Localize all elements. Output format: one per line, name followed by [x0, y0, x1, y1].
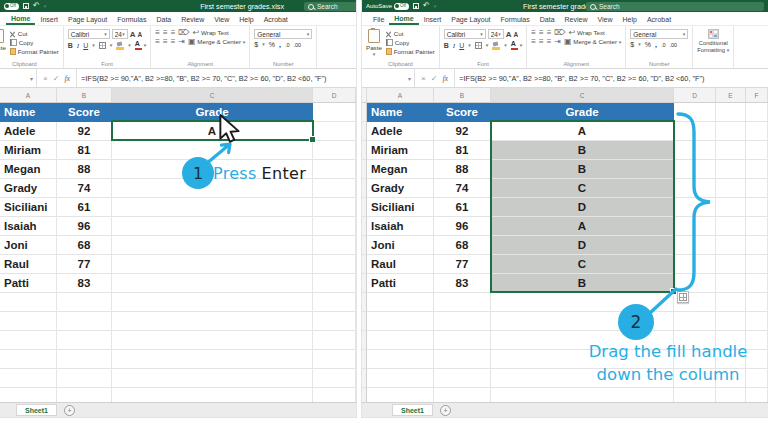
number-format-select[interactable]: General▾ — [630, 29, 688, 39]
font-name-select[interactable]: Calibri▾ — [68, 29, 110, 39]
cell[interactable]: 88 — [57, 160, 112, 179]
formula-input[interactable]: =IFS(B2 >= 90,"A", B2 >=80, "B", B2 >= 7… — [77, 69, 356, 87]
cell[interactable]: Isaiah — [367, 217, 434, 236]
format-painter-button[interactable]: Format Painter — [10, 48, 59, 55]
cell[interactable] — [112, 160, 313, 179]
cell[interactable] — [57, 331, 112, 350]
autosave-toggle[interactable]: AutoSave Off — [366, 3, 409, 10]
cell[interactable]: 81 — [57, 141, 112, 160]
cell[interactable]: D — [491, 198, 674, 217]
header-cell[interactable]: Name — [0, 103, 57, 122]
cell[interactable] — [313, 217, 356, 236]
cell[interactable] — [0, 293, 57, 312]
header-cell[interactable]: Name — [367, 103, 434, 122]
cancel-icon[interactable]: × — [43, 74, 48, 83]
cell[interactable] — [313, 331, 356, 350]
cell[interactable] — [746, 350, 768, 369]
cell[interactable]: 68 — [57, 236, 112, 255]
borders-icon[interactable] — [475, 42, 482, 49]
tab-formulas[interactable]: Formulas — [496, 14, 535, 25]
merge-center-button[interactable]: ▣ Merge & Center ▾ — [188, 38, 245, 45]
cell[interactable] — [434, 312, 491, 331]
tab-insert[interactable]: Insert — [35, 14, 63, 25]
tab-home[interactable]: Home — [389, 13, 418, 25]
italic-button[interactable]: I — [77, 42, 79, 50]
cell[interactable] — [746, 217, 768, 236]
cell[interactable] — [716, 255, 746, 274]
tab-review[interactable]: Review — [560, 14, 593, 25]
cell[interactable]: C — [491, 255, 674, 274]
align-left-icon[interactable]: ≡ — [155, 38, 160, 45]
cell[interactable]: B — [491, 274, 674, 293]
column-header[interactable]: B — [57, 88, 112, 102]
cell[interactable] — [674, 236, 716, 255]
cell[interactable]: 61 — [57, 198, 112, 217]
tab-page-layout[interactable]: Page Layout — [446, 14, 495, 25]
cell[interactable]: Joni — [367, 236, 434, 255]
font-name-select[interactable]: Calibri▾ — [444, 29, 486, 39]
cell[interactable] — [674, 179, 716, 198]
cell[interactable]: Adele — [0, 122, 57, 141]
name-box[interactable]: ▾ — [0, 69, 37, 87]
italic-button[interactable]: I — [453, 42, 455, 50]
tab-formulas[interactable]: Formulas — [112, 14, 151, 25]
cell[interactable] — [716, 141, 746, 160]
cell[interactable] — [491, 369, 674, 388]
align-middle-icon[interactable]: ≡ — [539, 29, 544, 36]
cell[interactable]: Joni — [0, 236, 57, 255]
tab-home[interactable]: Home — [6, 13, 35, 25]
cell[interactable] — [716, 198, 746, 217]
cell[interactable]: Patti — [367, 274, 434, 293]
tab-page-layout[interactable]: Page Layout — [63, 14, 112, 25]
cell[interactable] — [0, 369, 57, 388]
tab-acrobat[interactable]: Acrobat — [259, 14, 293, 25]
cell[interactable] — [746, 369, 768, 388]
cell[interactable] — [491, 312, 674, 331]
cell[interactable] — [716, 179, 746, 198]
cell[interactable] — [716, 217, 746, 236]
column-header[interactable]: C — [491, 88, 674, 102]
column-header[interactable]: A — [367, 88, 434, 102]
conditional-formatting-button[interactable]: ConditionalFormatting ▾ — [697, 28, 729, 53]
add-sheet-button[interactable]: + — [64, 405, 75, 416]
tab-acrobat[interactable]: Acrobat — [642, 14, 676, 25]
orientation-icon[interactable]: ⌦ — [554, 29, 565, 36]
cell[interactable] — [746, 293, 768, 312]
cell[interactable] — [434, 369, 491, 388]
indent-icon[interactable]: ⇥ — [178, 38, 185, 45]
increase-decimal-button[interactable]: .0 — [285, 42, 290, 48]
cell[interactable] — [674, 331, 716, 350]
cell[interactable] — [716, 331, 746, 350]
cell[interactable]: A — [491, 122, 674, 141]
cell[interactable] — [0, 312, 57, 331]
cell[interactable] — [313, 293, 356, 312]
column-header[interactable]: D — [313, 88, 356, 102]
cell[interactable] — [112, 293, 313, 312]
cell[interactable] — [716, 293, 746, 312]
cell[interactable]: 68 — [434, 236, 491, 255]
cell[interactable] — [57, 369, 112, 388]
cell[interactable]: 96 — [434, 217, 491, 236]
tab-view[interactable]: View — [209, 14, 234, 25]
cell[interactable] — [434, 331, 491, 350]
cell[interactable]: Grady — [367, 179, 434, 198]
number-format-select[interactable]: General▾ — [254, 29, 312, 39]
cell[interactable] — [112, 255, 313, 274]
copy-button[interactable]: Copy — [10, 39, 59, 46]
cell[interactable] — [112, 369, 313, 388]
font-size-select[interactable]: 24▾ — [112, 29, 128, 39]
decrease-decimal-button[interactable]: .00 — [294, 42, 302, 48]
bold-button[interactable]: B — [68, 42, 73, 49]
cell[interactable] — [674, 122, 716, 141]
orientation-icon[interactable]: ⌦ — [178, 29, 189, 36]
cell[interactable]: 83 — [434, 274, 491, 293]
autosave-toggle[interactable]: Off — [4, 3, 19, 10]
fill-color-icon[interactable] — [492, 42, 500, 50]
tab-file[interactable]: File — [368, 14, 389, 25]
cell[interactable] — [112, 331, 313, 350]
cancel-icon[interactable]: × — [421, 74, 426, 83]
cell[interactable] — [674, 255, 716, 274]
ribbon-options-caret-icon[interactable]: ▾ — [434, 4, 437, 9]
column-header[interactable]: F — [746, 88, 768, 102]
sheet-tab-sheet1[interactable]: Sheet1 — [16, 404, 57, 416]
